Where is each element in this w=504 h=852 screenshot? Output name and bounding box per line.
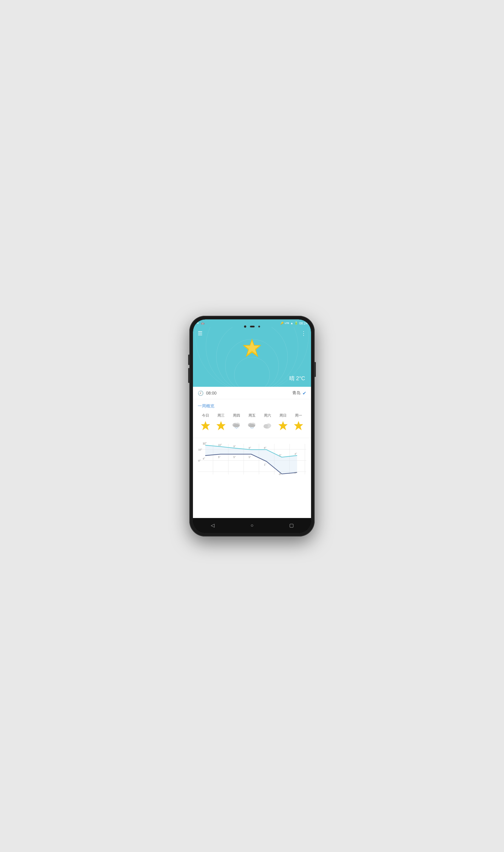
svg-point-13 [251, 427, 251, 428]
update-time: 08:00 [206, 391, 217, 395]
android-icon: 🤖 [201, 322, 204, 325]
svg-text:10°: 10° [218, 443, 222, 446]
svg-text:5°: 5° [249, 455, 251, 458]
weekly-title: 一周概览 [198, 403, 306, 409]
day-icon-sun [278, 420, 288, 431]
day-icon-sat [262, 420, 273, 431]
svg-text:0°: 0° [198, 459, 201, 462]
weather-temperature: 晴 2°C [289, 375, 305, 382]
svg-point-9 [237, 427, 238, 428]
day-label-sun: 周日 [280, 413, 287, 418]
location-name: 青岛 [292, 391, 301, 396]
day-label-sat: 周六 [264, 413, 271, 418]
svg-point-18 [264, 424, 268, 428]
key-icon: 🔑 [280, 322, 284, 325]
svg-text:-7°: -7° [294, 471, 297, 474]
weekly-section: 一周概览 今日 周三 [193, 399, 311, 438]
day-label-wed: 周三 [217, 413, 224, 418]
svg-point-15 [253, 427, 253, 428]
weather-card: 🕗 08:00 青岛 ✔ 一周概览 今日 [193, 387, 311, 518]
vol-down-button[interactable] [188, 368, 190, 383]
svg-point-12 [249, 424, 255, 427]
svg-text:8°: 8° [264, 447, 266, 449]
screen: ☀ 🤖 🔑 LTE ▲ 🔋 08:24 [193, 320, 311, 533]
camera-area [240, 324, 264, 329]
svg-marker-19 [278, 421, 288, 430]
time-section: 🕗 08:00 [198, 391, 217, 396]
svg-text:-8°: -8° [278, 472, 282, 475]
day-item-sat: 周六 [260, 413, 275, 431]
day-item-today: 今日 [198, 413, 213, 431]
day-item-mon: 周一 [291, 413, 306, 431]
svg-text:9°: 9° [233, 445, 236, 448]
status-icons-left: ☀ 🤖 [197, 322, 204, 325]
clock-icon: 🕗 [198, 391, 204, 396]
lte-icon: LTE [285, 322, 289, 324]
front-camera [244, 325, 246, 328]
svg-marker-20 [294, 421, 303, 430]
days-row: 今日 周三 [198, 413, 306, 431]
brightness-icon: ☀ [197, 322, 199, 325]
day-item-wed: 周三 [213, 413, 229, 431]
day-icon-mon [293, 420, 304, 431]
weather-header: ☰ ⋮ 晴 2°C [193, 327, 311, 387]
day-label-mon: 周一 [295, 413, 302, 418]
svg-text:5°: 5° [233, 455, 236, 458]
svg-marker-2 [201, 421, 210, 430]
svg-point-8 [236, 428, 237, 428]
home-button[interactable]: ○ [246, 520, 258, 531]
day-icon-thu [231, 420, 242, 431]
proximity-sensor [258, 326, 260, 327]
svg-text:4°: 4° [203, 457, 205, 460]
svg-point-14 [252, 428, 252, 428]
earpiece-speaker [250, 326, 255, 327]
svg-text:11°: 11° [203, 442, 207, 445]
location-section: 青岛 ✔ [292, 391, 306, 396]
check-icon: ✔ [302, 391, 306, 396]
day-label-today: 今日 [202, 413, 209, 418]
chart-section: 10° 0° 11° 10° 9° 8° 8° 3° [193, 438, 311, 483]
svg-text:4°: 4° [295, 452, 297, 455]
more-button[interactable]: ⋮ [301, 330, 306, 337]
day-label-thu: 周四 [233, 413, 240, 418]
day-item-fri: 周五 [244, 413, 260, 431]
status-icons-right: 🔑 LTE ▲ 🔋 08:24 [280, 322, 307, 325]
svg-marker-3 [217, 421, 226, 430]
status-time: 08:24 [299, 322, 307, 325]
svg-text:10°: 10° [198, 448, 202, 451]
day-label-fri: 周五 [248, 413, 256, 418]
temperature-chart: 10° 0° 11° 10° 9° 8° 8° 3° [198, 441, 306, 477]
battery-icon: 🔋 [294, 322, 298, 325]
recents-button[interactable]: ▢ [285, 520, 297, 531]
svg-text:8°: 8° [249, 447, 251, 449]
back-button[interactable]: ◁ [207, 520, 219, 531]
power-button[interactable] [314, 362, 316, 377]
day-item-thu: 周四 [229, 413, 244, 431]
svg-text:1°: 1° [264, 463, 266, 466]
svg-text:5°: 5° [218, 455, 220, 458]
card-header: 🕗 08:00 青岛 ✔ [193, 387, 311, 399]
nav-bar: ◁ ○ ▢ [193, 518, 311, 533]
phone-frame: ☀ 🤖 🔑 LTE ▲ 🔋 08:24 [190, 316, 314, 537]
day-icon-today [200, 420, 211, 431]
day-item-sun: 周日 [275, 413, 291, 431]
menu-button[interactable]: ☰ [198, 330, 202, 337]
day-icon-fri [247, 420, 257, 431]
svg-point-7 [235, 427, 236, 428]
sun-icon [241, 338, 263, 360]
vol-up-button[interactable] [188, 355, 190, 365]
signal-icon: ▲ [290, 322, 293, 325]
day-icon-wed [216, 420, 226, 431]
svg-point-6 [233, 424, 240, 427]
